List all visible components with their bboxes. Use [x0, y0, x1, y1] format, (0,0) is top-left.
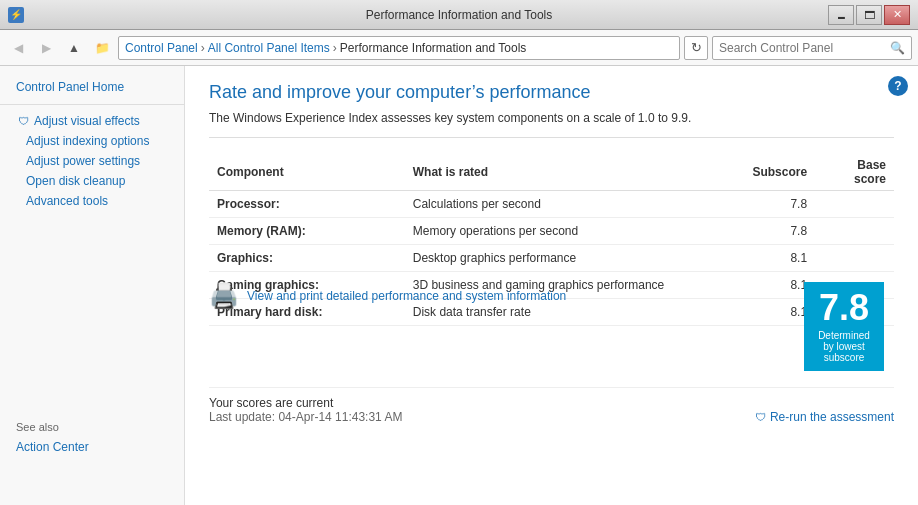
row-subscore: 7.8: [735, 218, 815, 245]
search-box[interactable]: 🔍: [712, 36, 912, 60]
main-area: Control Panel Home Adjust visual effects…: [0, 66, 918, 505]
col-component: Component: [209, 154, 405, 191]
col-base-score: Base score: [815, 154, 894, 191]
row-what-is-rated: Memory operations per second: [405, 218, 736, 245]
score-description: Determined by lowest subscore: [812, 330, 876, 363]
row-component: Processor:: [209, 191, 405, 218]
maximize-button[interactable]: 🗖: [856, 5, 882, 25]
title-bar-left: [8, 7, 24, 23]
sidebar-item-advanced-tools[interactable]: Advanced tools: [0, 191, 184, 211]
table-row: Memory (RAM):Memory operations per secon…: [209, 218, 894, 245]
breadcrumb: Control Panel › All Control Panel Items …: [118, 36, 680, 60]
forward-button[interactable]: ▶: [34, 36, 58, 60]
sidebar-item-visual-effects[interactable]: Adjust visual effects: [0, 111, 184, 131]
table-row: Graphics:Desktop graphics performance8.1: [209, 245, 894, 272]
title-bar: Performance Information and Tools 🗕 🗖 ✕: [0, 0, 918, 30]
sidebar-action-center[interactable]: Action Center: [0, 437, 184, 457]
shield-icon: [16, 114, 30, 128]
score-box: 7.8 Determined by lowest subscore: [804, 282, 884, 371]
row-base-score: [815, 245, 894, 272]
sidebar-item-label: Adjust visual effects: [34, 114, 140, 128]
refresh-button[interactable]: ↻: [684, 36, 708, 60]
print-row: 🖨️ View and print detailed performance a…: [209, 282, 804, 310]
breadcrumb-sep-1: ›: [201, 41, 205, 55]
content-area: ? Rate and improve your computer’s perfo…: [185, 66, 918, 505]
print-section: 🖨️ View and print detailed performance a…: [209, 282, 804, 310]
breadcrumb-all-items[interactable]: All Control Panel Items: [208, 41, 330, 55]
sidebar-item-indexing[interactable]: Adjust indexing options: [0, 131, 184, 151]
sidebar-item-disk-cleanup[interactable]: Open disk cleanup: [0, 171, 184, 191]
row-subscore: 8.1: [735, 245, 815, 272]
address-bar: ◀ ▶ ▲ 📁 Control Panel › All Control Pane…: [0, 30, 918, 66]
sidebar-item-label: Open disk cleanup: [26, 174, 125, 188]
see-also-label: See also: [0, 411, 184, 437]
folder-button[interactable]: 📁: [90, 36, 114, 60]
row-subscore: 7.8: [735, 191, 815, 218]
window-title: Performance Information and Tools: [0, 8, 918, 22]
window-controls: 🗕 🗖 ✕: [828, 5, 910, 25]
sidebar-item-label: Adjust indexing options: [26, 134, 149, 148]
rerun-label: Re-run the assessment: [770, 410, 894, 424]
scores-current-line2: Last update: 04-Apr-14 11:43:31 AM: [209, 410, 402, 424]
row-what-is-rated: Calculations per second: [405, 191, 736, 218]
row-what-is-rated: Desktop graphics performance: [405, 245, 736, 272]
sidebar-divider: [0, 104, 184, 105]
row-component: Graphics:: [209, 245, 405, 272]
row-base-score: [815, 191, 894, 218]
shield-small-icon: 🛡: [755, 411, 766, 423]
app-icon: [8, 7, 24, 23]
base-score-value: 7.8: [812, 290, 876, 326]
page-subtitle: The Windows Experience Index assesses ke…: [209, 111, 894, 138]
sidebar: Control Panel Home Adjust visual effects…: [0, 66, 185, 505]
breadcrumb-current: Performance Information and Tools: [340, 41, 527, 55]
back-button[interactable]: ◀: [6, 36, 30, 60]
close-button[interactable]: ✕: [884, 5, 910, 25]
printer-icon: 🖨️: [209, 282, 239, 310]
base-score-display: 7.8 Determined by lowest subscore: [804, 282, 894, 371]
search-icon: 🔍: [890, 41, 905, 55]
sidebar-item-power[interactable]: Adjust power settings: [0, 151, 184, 171]
breadcrumb-control-panel[interactable]: Control Panel: [125, 41, 198, 55]
scores-text: Your scores are current Last update: 04-…: [209, 396, 402, 424]
help-icon[interactable]: ?: [888, 76, 908, 96]
breadcrumb-sep-2: ›: [333, 41, 337, 55]
table-row: Processor:Calculations per second7.8: [209, 191, 894, 218]
minimize-button[interactable]: 🗕: [828, 5, 854, 25]
rerun-link[interactable]: 🛡 Re-run the assessment: [755, 410, 894, 424]
search-input[interactable]: [719, 41, 890, 55]
page-title: Rate and improve your computer’s perform…: [209, 82, 894, 103]
up-button[interactable]: ▲: [62, 36, 86, 60]
print-link[interactable]: View and print detailed performance and …: [247, 289, 566, 303]
sidebar-home[interactable]: Control Panel Home: [0, 76, 184, 98]
row-component: Memory (RAM):: [209, 218, 405, 245]
scores-current-line1: Your scores are current: [209, 396, 402, 410]
sidebar-item-label: Adjust power settings: [26, 154, 140, 168]
col-what-is-rated: What is rated: [405, 154, 736, 191]
scores-info: Your scores are current Last update: 04-…: [209, 387, 894, 424]
sidebar-item-label: Advanced tools: [26, 194, 108, 208]
col-subscore: Subscore: [735, 154, 815, 191]
row-base-score: [815, 218, 894, 245]
